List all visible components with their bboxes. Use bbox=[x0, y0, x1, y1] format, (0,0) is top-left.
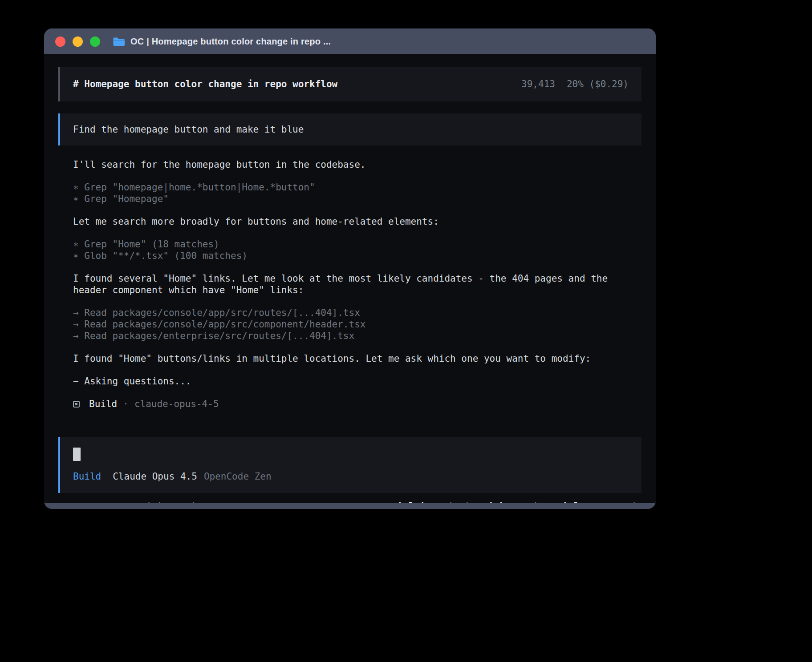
keybind-key: ctrl+p bbox=[557, 500, 591, 503]
assistant-paragraph: I found "Home" buttons/links in multiple… bbox=[73, 353, 641, 364]
keybind-hint-agents: tab agents bbox=[488, 500, 544, 503]
session-header: # Homepage button color change in repo w… bbox=[58, 67, 641, 101]
tool-call-read: → Read packages/enterprise/src/routes/[.… bbox=[73, 330, 641, 342]
agent-icon bbox=[73, 401, 80, 408]
provider-label: OpenCode Zen bbox=[204, 471, 272, 482]
keybind-hint-commands: ctrl+p commands bbox=[557, 500, 641, 503]
esc-key-label: interrupt bbox=[146, 500, 197, 503]
keybind-key: ctrl+t bbox=[392, 500, 426, 503]
keybind-key: tab bbox=[488, 500, 505, 503]
user-message: Find the homepage button and make it blu… bbox=[58, 113, 641, 145]
window-titlebar[interactable]: OC | Homepage button color change in rep… bbox=[44, 28, 656, 54]
asking-questions-status: ~ Asking questions... bbox=[73, 375, 641, 387]
terminal-window: OC | Homepage button color change in rep… bbox=[44, 28, 656, 509]
activity-status: ~ Asking questions... bbox=[73, 375, 641, 387]
keybind-label: variants bbox=[431, 500, 476, 503]
assistant-paragraph: I found several "Home" links. Let me loo… bbox=[73, 273, 641, 296]
model-label: Claude Opus 4.5 bbox=[113, 471, 197, 482]
terminal-content: # Homepage button color change in repo w… bbox=[44, 54, 656, 503]
assistant-text: I found "Home" buttons/links in multiple… bbox=[73, 353, 641, 364]
assistant-text: I found several "Home" links. Let me loo… bbox=[73, 273, 641, 296]
tool-call-group: ∗ Grep "homepage|home.*button|Home.*butt… bbox=[73, 182, 641, 205]
minimize-button[interactable] bbox=[73, 36, 83, 47]
input-meta: Build Claude Opus 4.5 OpenCode Zen bbox=[73, 471, 629, 482]
tool-call-group: ∗ Grep "Home" (18 matches) ∗ Glob "**/*.… bbox=[73, 238, 641, 262]
status-bar-left: esc interrupt bbox=[66, 500, 379, 503]
assistant-paragraph: Let me search more broadly for buttons a… bbox=[73, 216, 641, 227]
context-usage: 20% ($0.29) bbox=[567, 78, 629, 90]
status-bar: esc interrupt ctrl+t variants tab agents… bbox=[58, 493, 641, 503]
assistant-text: I'll search for the homepage button in t… bbox=[73, 159, 641, 170]
esc-key-hint: esc bbox=[124, 500, 141, 503]
close-button[interactable] bbox=[55, 36, 65, 47]
token-count: 39,413 bbox=[521, 78, 555, 90]
tool-call-grep: ∗ Grep "Home" (18 matches) bbox=[73, 238, 641, 250]
tool-call-group: → Read packages/console/app/src/routes/[… bbox=[73, 307, 641, 342]
agent-mode-label: Build bbox=[73, 471, 101, 482]
agent-name: Build bbox=[89, 398, 117, 410]
keybind-label: agents bbox=[511, 500, 544, 503]
assistant-text: Let me search more broadly for buttons a… bbox=[73, 216, 641, 227]
status-bar-right: ctrl+t variants tab agents ctrl+p comman… bbox=[379, 500, 641, 503]
session-title: # Homepage button color change in repo w… bbox=[73, 78, 521, 90]
prompt-input[interactable]: Build Claude Opus 4.5 OpenCode Zen bbox=[58, 437, 641, 493]
separator-dot: · bbox=[123, 398, 129, 410]
window-title: OC | Homepage button color change in rep… bbox=[130, 36, 331, 47]
session-stats: 39,413 20% ($0.29) bbox=[521, 78, 629, 90]
folder-icon bbox=[113, 36, 125, 46]
keybind-hint-variants: ctrl+t variants bbox=[392, 500, 476, 503]
agent-status: Build · claude-opus-4-5 bbox=[73, 398, 641, 410]
zoom-button[interactable] bbox=[90, 36, 100, 47]
agent-model: claude-opus-4-5 bbox=[134, 398, 219, 410]
user-message-text: Find the homepage button and make it blu… bbox=[73, 124, 304, 135]
assistant-paragraph: I'll search for the homepage button in t… bbox=[73, 159, 641, 170]
tool-call-grep: ∗ Grep "Homepage" bbox=[73, 193, 641, 205]
text-cursor bbox=[73, 448, 81, 461]
tool-call-grep: ∗ Grep "homepage|home.*button|Home.*butt… bbox=[73, 182, 641, 193]
tool-call-read: → Read packages/console/app/src/componen… bbox=[73, 319, 641, 330]
keybind-label: commands bbox=[596, 500, 641, 503]
conversation: I'll search for the homepage button in t… bbox=[58, 159, 641, 421]
tool-call-glob: ∗ Glob "**/*.tsx" (100 matches) bbox=[73, 250, 641, 262]
tool-call-read: → Read packages/console/app/src/routes/[… bbox=[73, 307, 641, 319]
window-controls bbox=[55, 36, 100, 47]
